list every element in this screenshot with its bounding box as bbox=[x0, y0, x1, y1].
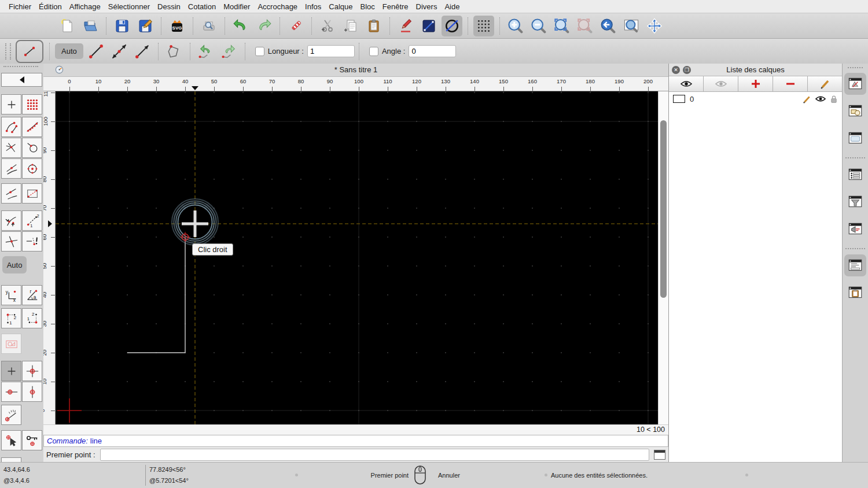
toolbar-drag-handle[interactable] bbox=[848, 67, 863, 71]
menu-item-fichier[interactable]: Fichier bbox=[9, 2, 31, 11]
restrict-orthogonal-button[interactable] bbox=[22, 361, 42, 381]
scrollbar-thumb[interactable] bbox=[660, 120, 667, 298]
menu-item-accrochage[interactable]: Accrochage bbox=[258, 2, 297, 11]
exclusive-pick-button[interactable] bbox=[1, 430, 21, 450]
zoom-pan-button[interactable] bbox=[644, 16, 665, 36]
snap-reference-box-button[interactable] bbox=[22, 183, 42, 204]
menu-item-selectionner[interactable]: Sélectionner bbox=[108, 2, 150, 11]
zoom-window-button[interactable] bbox=[621, 16, 642, 36]
draft-mode-button[interactable] bbox=[442, 16, 462, 36]
library-browser-dock-button[interactable] bbox=[844, 127, 866, 149]
command-line-dock-button[interactable] bbox=[844, 254, 866, 276]
angle-gauge-button[interactable] bbox=[1, 405, 21, 425]
open-file-button[interactable] bbox=[80, 16, 101, 36]
zoom-in-button[interactable] bbox=[505, 16, 526, 36]
redo-button[interactable] bbox=[253, 16, 274, 36]
copy-button[interactable] bbox=[340, 16, 361, 36]
lock-relative-zero-button[interactable] bbox=[22, 430, 42, 450]
snap-on-entity-button[interactable] bbox=[22, 117, 42, 137]
close-icon[interactable]: ✕ bbox=[672, 66, 680, 74]
grid-toggle-button[interactable] bbox=[473, 16, 494, 36]
select-region-button[interactable] bbox=[1, 334, 21, 354]
undock-icon[interactable]: ❐ bbox=[683, 66, 691, 74]
auto-tool-button[interactable]: Auto bbox=[55, 43, 83, 59]
menu-item-calque[interactable]: Calque bbox=[329, 2, 352, 11]
snap-nearest-button[interactable] bbox=[1, 183, 21, 204]
delete-entities-button[interactable] bbox=[285, 16, 306, 36]
snap-grid-button[interactable] bbox=[22, 94, 42, 114]
snap-endpoints-button[interactable] bbox=[1, 117, 21, 137]
snap-exclusive-button[interactable] bbox=[22, 231, 42, 252]
line-attributes-button[interactable] bbox=[418, 16, 439, 36]
pen-attributes-button[interactable] bbox=[395, 16, 416, 36]
layer-row[interactable]: 0 bbox=[669, 92, 842, 106]
menu-item-edition[interactable]: Édition bbox=[39, 2, 62, 11]
close-polyline-button[interactable] bbox=[164, 41, 185, 62]
clipboard-dock-button[interactable] bbox=[844, 282, 866, 304]
line-segment-button[interactable] bbox=[86, 41, 106, 62]
zoom-out-button[interactable] bbox=[528, 16, 549, 36]
new-document-button[interactable] bbox=[57, 16, 78, 36]
coordinate-polar-button[interactable]: r a bbox=[22, 285, 42, 305]
back-button[interactable] bbox=[1, 73, 42, 87]
hide-all-layers-button[interactable] bbox=[704, 76, 738, 91]
distance-point-alt-button[interactable]: 1 2 bbox=[22, 308, 42, 328]
restrict-vertical-button[interactable] bbox=[22, 382, 42, 402]
export-svg-button[interactable]: SVG bbox=[167, 16, 187, 36]
length-checkbox[interactable] bbox=[255, 47, 264, 56]
restrict-nothing-button[interactable] bbox=[1, 361, 21, 381]
angle-checkbox[interactable] bbox=[369, 47, 378, 56]
eye-open-icon[interactable] bbox=[815, 95, 826, 102]
snap-intersection-manual-button[interactable] bbox=[1, 231, 21, 252]
menu-item-cotation[interactable]: Cotation bbox=[188, 2, 216, 11]
paste-button[interactable] bbox=[363, 16, 384, 36]
zoom-previous-button[interactable] bbox=[575, 16, 595, 36]
save-button[interactable] bbox=[112, 16, 133, 36]
command-dock-float-button[interactable] bbox=[654, 450, 665, 460]
add-layer-button[interactable] bbox=[738, 76, 773, 91]
lock-icon[interactable] bbox=[830, 95, 838, 103]
zoom-back-button[interactable] bbox=[598, 16, 619, 36]
menu-item-divers[interactable]: Divers bbox=[416, 2, 437, 11]
menu-item-dessin[interactable]: Dessin bbox=[157, 2, 181, 11]
snap-center-button[interactable] bbox=[22, 158, 42, 179]
toolbar-drag-handle[interactable] bbox=[3, 66, 38, 69]
auto-snap-button[interactable]: Auto bbox=[2, 256, 27, 273]
cut-button[interactable] bbox=[317, 16, 338, 36]
snap-tangent-button[interactable] bbox=[22, 138, 42, 158]
length-input[interactable] bbox=[307, 45, 355, 57]
undo-button[interactable] bbox=[230, 16, 251, 36]
toolbar-drag-handle[interactable] bbox=[5, 43, 11, 60]
line-two-arrows-button[interactable] bbox=[109, 41, 130, 62]
snap-intersection-button[interactable] bbox=[1, 138, 21, 158]
menu-item-aide[interactable]: Aide bbox=[444, 2, 459, 11]
block-list-dock-button[interactable] bbox=[844, 100, 866, 122]
angle-input[interactable] bbox=[409, 45, 456, 57]
snap-middle-button[interactable] bbox=[1, 158, 21, 179]
vertical-scrollbar[interactable] bbox=[658, 91, 668, 424]
redo-segment-button[interactable] bbox=[219, 41, 240, 62]
zoom-auto-button[interactable] bbox=[551, 16, 572, 36]
print-preview-button[interactable] bbox=[198, 16, 219, 36]
edit-layer-button[interactable] bbox=[808, 76, 842, 91]
menu-item-infos[interactable]: Infos bbox=[305, 2, 321, 11]
menu-item-modifier[interactable]: Modifier bbox=[223, 2, 250, 11]
snap-distance-button[interactable]: 1 2 bbox=[22, 210, 42, 231]
horizontal-scrollbar[interactable]: 10 < 100 bbox=[43, 424, 668, 435]
layer-color-swatch[interactable] bbox=[673, 95, 685, 103]
pencil-icon[interactable] bbox=[803, 95, 811, 103]
menu-item-affichage[interactable]: Affichage bbox=[69, 2, 101, 11]
save-as-button[interactable] bbox=[135, 16, 156, 36]
restrict-horizontal-button[interactable] bbox=[1, 382, 21, 402]
line-arrow-button[interactable] bbox=[132, 41, 153, 62]
command-input[interactable] bbox=[100, 449, 649, 461]
show-all-layers-button[interactable] bbox=[669, 76, 704, 91]
coordinate-cartesian-button[interactable]: y x bbox=[1, 285, 21, 305]
undo-segment-button[interactable] bbox=[196, 41, 216, 62]
drawing-canvas[interactable]: Clic droit bbox=[56, 91, 658, 424]
snap-free-button[interactable] bbox=[1, 94, 21, 114]
distance-point-button[interactable]: 1 2 bbox=[1, 308, 21, 328]
snap-angle-marks-button[interactable] bbox=[1, 210, 21, 231]
menu-item-fenetre[interactable]: Fenêtre bbox=[382, 2, 409, 11]
remove-layer-button[interactable] bbox=[773, 76, 808, 91]
